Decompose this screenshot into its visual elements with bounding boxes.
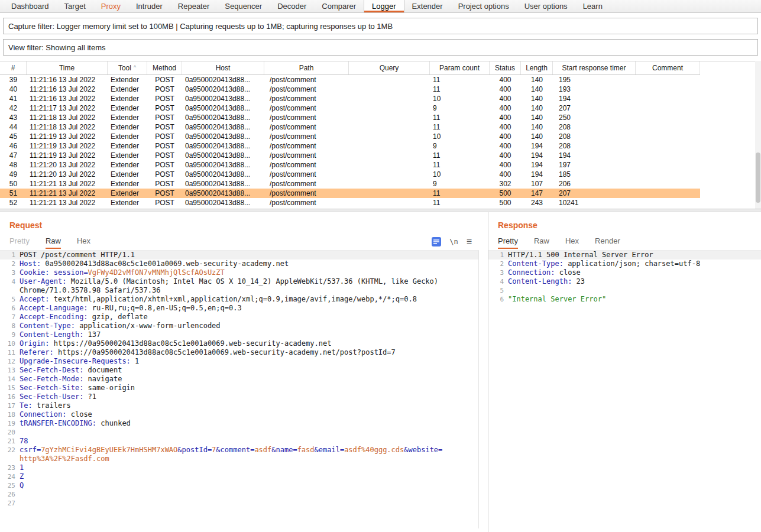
cell-time: 11:21:20 13 Jul 2022	[27, 170, 108, 179]
tab-pretty[interactable]: Pretty	[498, 236, 518, 249]
tab-hex[interactable]: Hex	[77, 236, 90, 249]
tab-raw[interactable]: Raw	[534, 236, 549, 249]
cell-host: 0a9500020413d88...	[182, 113, 264, 122]
column-header-host[interactable]: Host	[182, 61, 264, 74]
cell-path: /post/comment	[264, 170, 349, 179]
column-header-comment[interactable]: Comment	[636, 61, 700, 74]
cell-num: 40	[0, 85, 27, 94]
soft-wrap-icon[interactable]	[432, 237, 441, 246]
editor-line: 2Content-Type: application/json; charset…	[488, 259, 761, 268]
cell-tool: Extender	[108, 113, 147, 122]
cell-path: /post/comment	[264, 132, 349, 141]
column-header-length[interactable]: Length	[521, 61, 553, 74]
cell-params: 10	[430, 94, 490, 103]
sort-ascending-icon: ^	[134, 64, 136, 70]
cell-num: 52	[0, 198, 27, 207]
cell-time: 11:21:18 13 Jul 2022	[27, 122, 108, 132]
cell-status: 400	[490, 122, 521, 132]
tab-render[interactable]: Render	[595, 236, 620, 249]
line-number: 12	[0, 357, 20, 366]
request-editor[interactable]: 1POST /post/comment HTTP/1.12Host: 0a950…	[0, 250, 479, 528]
table-row[interactable]: 4411:21:18 13 Jul 2022ExtenderPOST0a9500…	[0, 122, 700, 132]
column-header-params[interactable]: Param count	[430, 61, 490, 74]
capture-filter-bar[interactable]: Capture filter: Logger memory limit set …	[3, 18, 758, 34]
tab-sequencer[interactable]: Sequencer	[217, 0, 270, 12]
column-header-tool[interactable]: Tool^	[108, 61, 147, 74]
line-number: 13	[0, 366, 20, 375]
table-row[interactable]: 4711:21:19 13 Jul 2022ExtenderPOST0a9500…	[0, 151, 700, 160]
tab-project-options[interactable]: Project options	[451, 0, 517, 12]
tab-proxy[interactable]: Proxy	[93, 0, 128, 12]
tab-intruder[interactable]: Intruder	[128, 0, 170, 12]
table-row[interactable]: 5111:21:21 13 Jul 2022ExtenderPOST0a9500…	[0, 189, 700, 198]
tab-extender[interactable]: Extender	[404, 0, 451, 12]
table-row[interactable]: 4911:21:20 13 Jul 2022ExtenderPOST0a9500…	[0, 170, 700, 179]
column-header-path[interactable]: Path	[264, 61, 349, 74]
response-editor[interactable]: 1HTTP/1.1 500 Internal Server Error2Cont…	[488, 250, 761, 528]
cell-method: POST	[147, 151, 182, 160]
cell-path: /post/comment	[264, 103, 349, 113]
tab-logger[interactable]: Logger	[364, 0, 404, 12]
table-row[interactable]: 4011:21:16 13 Jul 2022ExtenderPOST0a9500…	[0, 85, 700, 94]
column-header-method[interactable]: Method	[147, 61, 182, 74]
tab-user-options[interactable]: User options	[517, 0, 575, 12]
column-header-query[interactable]: Query	[349, 61, 430, 74]
cell-timer: 206	[553, 179, 636, 189]
cell-num: 39	[0, 75, 27, 85]
cell-host: 0a9500020413d88...	[182, 94, 264, 103]
table-scrollbar[interactable]	[755, 61, 761, 209]
cell-tool: Extender	[108, 122, 147, 132]
cell-method: POST	[147, 141, 182, 151]
tab-target[interactable]: Target	[57, 0, 93, 12]
cell-path: /post/comment	[264, 113, 349, 122]
table-row[interactable]: 5211:21:21 13 Jul 2022ExtenderPOST0a9500…	[0, 198, 700, 207]
editor-line: 4Content-Length: 23	[488, 277, 761, 286]
editor-menu-icon[interactable]: ≡	[467, 237, 472, 246]
line-number: 4	[488, 277, 508, 286]
editor-line: 7Accept-Encoding: gzip, deflate	[0, 313, 478, 322]
show-newlines-icon[interactable]: \n	[449, 238, 458, 246]
line-number: 27	[0, 499, 20, 508]
tab-dashboard[interactable]: Dashboard	[4, 0, 57, 12]
cell-timer: 194	[553, 151, 636, 160]
editor-line: 5	[488, 286, 761, 295]
cell-time: 11:21:16 13 Jul 2022	[27, 94, 108, 103]
request-editor-toolbar: \n ≡	[432, 236, 472, 248]
tab-repeater[interactable]: Repeater	[170, 0, 217, 12]
editor-line: 15Sec-Fetch-Site: same-origin	[0, 384, 478, 392]
tab-raw[interactable]: Raw	[46, 236, 61, 249]
tab-comparer[interactable]: Comparer	[314, 0, 364, 12]
view-filter-bar[interactable]: View filter: Showing all items	[3, 39, 758, 56]
tab-hex[interactable]: Hex	[565, 236, 579, 249]
table-row[interactable]: 4511:21:19 13 Jul 2022ExtenderPOST0a9500…	[0, 132, 700, 141]
editor-line: 16Sec-Fetch-User: ?1	[0, 392, 478, 401]
cell-query	[349, 179, 430, 189]
cell-comment	[636, 75, 700, 85]
cell-timer: 250	[553, 113, 636, 122]
table-row[interactable]: 4311:21:18 13 Jul 2022ExtenderPOST0a9500…	[0, 113, 700, 122]
column-header-timer[interactable]: Start response timer	[553, 61, 636, 74]
cell-status: 400	[490, 141, 521, 151]
table-scrollbar-thumb[interactable]	[756, 153, 760, 203]
cell-host: 0a9500020413d88...	[182, 122, 264, 132]
line-number: 2	[0, 259, 20, 268]
cell-status: 500	[490, 189, 521, 198]
tab-pretty[interactable]: Pretty	[9, 236, 30, 249]
line-number	[0, 286, 20, 295]
table-row[interactable]: 4111:21:16 13 Jul 2022ExtenderPOST0a9500…	[0, 94, 700, 103]
cell-path: /post/comment	[264, 122, 349, 132]
table-row[interactable]: 4211:21:17 13 Jul 2022ExtenderPOST0a9500…	[0, 103, 700, 113]
tab-decoder[interactable]: Decoder	[270, 0, 314, 12]
table-row[interactable]: 5011:21:21 13 Jul 2022ExtenderPOST0a9500…	[0, 179, 700, 189]
editor-line: 26	[0, 490, 478, 499]
column-header-time[interactable]: Time	[27, 61, 108, 74]
table-row[interactable]: 4611:21:19 13 Jul 2022ExtenderPOST0a9500…	[0, 141, 700, 151]
cell-query	[349, 160, 430, 170]
column-header-status[interactable]: Status	[490, 61, 521, 74]
cell-timer: 208	[553, 122, 636, 132]
table-row[interactable]: 4811:21:20 13 Jul 2022ExtenderPOST0a9500…	[0, 160, 700, 170]
tab-learn[interactable]: Learn	[575, 0, 610, 12]
table-row[interactable]: 3911:21:16 13 Jul 2022ExtenderPOST0a9500…	[0, 75, 700, 85]
cell-length: 140	[521, 132, 553, 141]
column-header-num[interactable]: #	[0, 61, 27, 74]
